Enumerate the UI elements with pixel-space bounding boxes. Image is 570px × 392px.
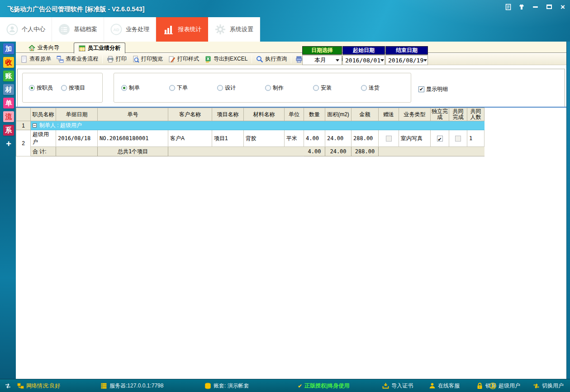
show-detail-checkbox[interactable]: ✔ 显示明细 (418, 85, 448, 93)
view-business-flow-button[interactable]: 查看业务流程 (54, 54, 101, 64)
radio-installation[interactable]: 安装 (313, 84, 361, 92)
gear-icon (214, 24, 226, 35)
col-header-order-no[interactable]: 单号 (98, 108, 168, 121)
toolbar-separator (291, 55, 291, 63)
import-certificate[interactable]: 导入证书 (382, 379, 413, 392)
nav-system-settings[interactable]: 系统设置 (208, 17, 260, 42)
radio-icon (169, 85, 175, 91)
account-set[interactable]: 账套: 演示帐套 (204, 379, 249, 392)
nav-base-archives[interactable]: 基础档案 (52, 17, 104, 42)
radio-delivery[interactable]: 送货 (361, 84, 409, 92)
tab-business-wizard[interactable]: 业务向导 (24, 43, 64, 53)
col-header-employee[interactable]: 职员名称 (31, 108, 56, 121)
group-header-row[interactable]: 1 制单人 : 超级用户 (16, 121, 484, 130)
col-header-qty[interactable]: 数量 (304, 108, 325, 121)
switch-user[interactable]: 切换用户 (533, 379, 564, 392)
col-header-amount[interactable]: 金额 (352, 108, 379, 121)
sidebar-item-order[interactable]: 单 (3, 98, 14, 109)
skin-icon[interactable] (517, 2, 527, 11)
nav-personal-center[interactable]: 个人中心 (0, 17, 52, 42)
server-icon (100, 383, 107, 389)
cell-qty: 4.00 (304, 130, 325, 147)
nav-business-process[interactable]: AD 业务处理 (104, 17, 156, 42)
radio-by-project[interactable]: 按项目 (61, 84, 85, 92)
col-header-date[interactable]: 单据日期 (56, 108, 98, 121)
radio-order-placer[interactable]: 下单 (169, 84, 217, 92)
col-header-customer[interactable]: 客户名称 (168, 108, 212, 121)
nav-label: 业务处理 (126, 25, 149, 33)
execute-query-button[interactable]: 执行查询 (253, 54, 290, 64)
status-bar: 网络情况:良好 服务器:127.0.0.1:7798 账套: 演示帐套 ✔ 正版… (0, 379, 570, 392)
sidebar-item-account[interactable]: 账 (3, 71, 14, 81)
radio-production[interactable]: 制作 (265, 84, 313, 92)
sidebar-item-material[interactable]: 材 (3, 84, 14, 95)
radio-order-maker[interactable]: 制单 (121, 84, 169, 92)
cell-joint-done (449, 130, 467, 147)
window-title: 飞扬动力广告公司管理软件 [标准版 - V2.6.0.543] (7, 5, 144, 14)
radio-icon (61, 85, 67, 91)
collapse-icon[interactable] (33, 123, 37, 128)
start-date-select[interactable]: 2016/08/01 (342, 55, 385, 65)
print-style-button[interactable]: 打印样式 (166, 54, 202, 64)
nav-report-statistics[interactable]: 报表统计 (156, 17, 208, 42)
sidebar-item-add[interactable]: 加 (3, 43, 14, 54)
title-bar: 飞扬动力广告公司管理软件 [标准版 - V2.6.0.543] × (0, 0, 570, 17)
cell-order-no: NO.201608180001 (98, 130, 168, 147)
user-icon (489, 383, 496, 389)
radio-icon (265, 85, 271, 91)
gift-checkbox[interactable] (386, 136, 392, 142)
cell-employee: 超级用户 (31, 130, 56, 147)
license-status[interactable]: ✔ 正版授权|终身使用 (298, 379, 349, 392)
joint-done-checkbox[interactable] (455, 136, 461, 142)
solo-done-checkbox[interactable]: ✔ (437, 136, 443, 142)
workflow-icon (57, 56, 64, 63)
start-date-value: 2016/08/01 (345, 57, 380, 64)
radio-label: 制作 (273, 84, 284, 92)
sidebar-item-plus[interactable]: + (3, 138, 14, 149)
nav-label: 基础档案 (74, 25, 97, 33)
col-header-joint-count[interactable]: 共同人数 (467, 108, 484, 121)
notes-icon[interactable] (503, 2, 513, 11)
server-status[interactable]: 服务器:127.0.0.1:7798 (100, 379, 163, 392)
print-preview-button[interactable]: 打印预览 (129, 54, 166, 64)
maximize-button[interactable] (544, 2, 554, 11)
view-original-order-button[interactable]: 查看原单 (18, 54, 54, 64)
sidebar-item-receive[interactable]: 收 (3, 57, 14, 68)
col-header-biz-type[interactable]: 业务类型 (399, 108, 431, 121)
radio-label: 下单 (177, 84, 188, 92)
col-header-joint-done[interactable]: 共同完成 (449, 108, 467, 121)
print-button[interactable]: 打印 (104, 54, 129, 64)
cell-biz-type: 室内写真 (399, 130, 431, 147)
network-status[interactable]: 网络情况:良好 (17, 379, 60, 392)
data-row[interactable]: 2 超级用户 2016/08/18 NO.201608180001 客户A 项目… (16, 130, 484, 147)
sidebar-item-flow[interactable]: 流 (3, 111, 14, 122)
sync-indicator[interactable] (5, 379, 11, 392)
end-date-select[interactable]: 2016/08/19 (385, 55, 428, 65)
col-header-project[interactable]: 项目名称 (212, 108, 244, 121)
col-header-material[interactable]: 材料名称 (244, 108, 285, 121)
radio-design[interactable]: 设计 (217, 84, 265, 92)
export-excel-button[interactable]: 导出到EXCEL (202, 54, 250, 64)
col-header-unit[interactable]: 单位 (285, 108, 304, 121)
list-circle-icon (58, 24, 70, 35)
online-service[interactable]: 在线客服 (429, 379, 460, 392)
radio-by-employee[interactable]: 按职员 (29, 84, 53, 92)
cell-amount: 288.00 (352, 130, 379, 147)
date-preset-select[interactable]: 本月 (302, 55, 342, 65)
col-header-area[interactable]: 面积(m2) (325, 108, 352, 121)
close-button[interactable]: × (558, 2, 568, 11)
sidebar-item-system[interactable]: 系 (3, 125, 14, 136)
col-header-solo-done[interactable]: 独立完成 (431, 108, 449, 121)
current-user[interactable]: 超级用户 (489, 379, 520, 392)
import-cert-icon (382, 383, 389, 389)
total-empty-cell (56, 147, 98, 156)
toolbar-label: 查看原单 (29, 55, 51, 63)
tab-employee-performance[interactable]: 员工业绩分析 (74, 43, 125, 53)
report-table-icon (79, 45, 86, 52)
minimize-button[interactable] (530, 2, 540, 11)
import-cert-text: 导入证书 (391, 382, 413, 390)
toolbar-label: 打印预览 (141, 55, 163, 63)
main-nav: 个人中心 基础档案 AD 业务处理 报表统计 系统设置 选择图片 (0, 17, 570, 42)
col-header-gift[interactable]: 赠送 (379, 108, 399, 121)
radio-label: 按项目 (69, 84, 85, 92)
